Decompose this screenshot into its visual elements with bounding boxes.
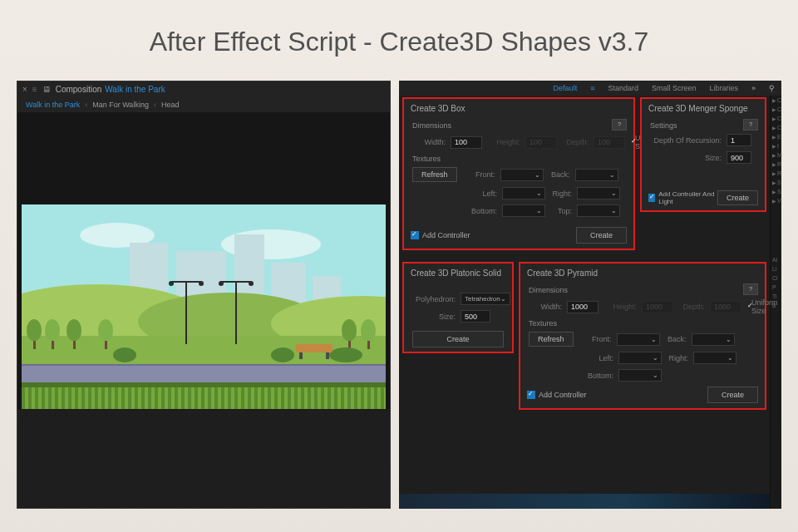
composition-name[interactable]: Walk in the Park bbox=[105, 85, 165, 94]
create-3d-menger-sponge-panel: Create 3D Menger Sponge ? Settings Depth… bbox=[640, 97, 766, 212]
bottom-select[interactable]: ⌄ bbox=[618, 369, 662, 382]
polyhedron-label: Polyhedron: bbox=[412, 295, 456, 303]
left-label: Left: bbox=[580, 354, 613, 362]
create-3d-pyramid-panel: Create 3D Pyramid ? Dimensions Width: He… bbox=[519, 262, 766, 410]
bottom-label: Bottom: bbox=[580, 372, 613, 380]
height-input bbox=[525, 136, 557, 149]
right-select[interactable]: ⌄ bbox=[693, 352, 736, 364]
front-label: Front: bbox=[462, 170, 495, 179]
panel-title: Create 3D Platonic Solid bbox=[404, 264, 512, 284]
panel-menu-icon[interactable]: ≡ bbox=[32, 85, 37, 94]
workspace-default[interactable]: Default bbox=[554, 84, 578, 92]
help-button[interactable]: ? bbox=[743, 119, 758, 131]
front-select[interactable]: ⌄ bbox=[500, 169, 544, 181]
top-label: Top: bbox=[550, 207, 572, 215]
composition-viewer[interactable] bbox=[17, 113, 390, 409]
breadcrumb-item[interactable]: Man For Walking bbox=[92, 101, 149, 109]
section-header: Dimensions bbox=[404, 120, 633, 131]
add-controller-label: Add Controller bbox=[422, 231, 470, 239]
bottom-label: Bottom: bbox=[464, 207, 497, 215]
back-select[interactable]: ⌄ bbox=[692, 333, 735, 346]
refresh-button[interactable]: Refresh bbox=[529, 332, 574, 347]
page-title: After Effect Script - Create3D Shapes v3… bbox=[0, 0, 798, 81]
depth-recursion-label: Depth Of Recursion: bbox=[650, 136, 722, 145]
back-label: Back: bbox=[665, 335, 687, 343]
refresh-button[interactable]: Refresh bbox=[412, 167, 457, 182]
chevron-left-icon: ‹ bbox=[85, 101, 87, 109]
size-input[interactable] bbox=[461, 310, 490, 323]
add-controller-light-checkbox[interactable] bbox=[648, 194, 655, 202]
left-select[interactable]: ⌄ bbox=[618, 352, 662, 364]
ae-composition-tab[interactable]: × ≡ 🖥 Composition Walk in the Park bbox=[17, 81, 390, 97]
composition-label: Composition bbox=[56, 85, 102, 94]
right-label: Right: bbox=[550, 190, 572, 198]
add-controller-light-label: Add Controller And Light bbox=[658, 190, 717, 205]
size-label: Size: bbox=[650, 154, 722, 162]
create-button[interactable]: Create bbox=[717, 190, 758, 205]
left-label: Left: bbox=[464, 190, 497, 198]
workspace-standard[interactable]: Standard bbox=[608, 84, 638, 92]
workspace-small[interactable]: Small Screen bbox=[652, 84, 697, 92]
chevron-left-icon: ‹ bbox=[154, 101, 156, 109]
width-input[interactable] bbox=[451, 136, 482, 149]
add-controller-label: Add Controller bbox=[539, 391, 587, 399]
panel-title: Create 3D Box bbox=[404, 99, 633, 120]
panel-title: Create 3D Menger Sponge bbox=[642, 99, 765, 120]
width-label: Width: bbox=[529, 303, 562, 311]
create-3d-box-panel: Create 3D Box ? Dimensions Width: Height… bbox=[402, 97, 635, 250]
close-icon[interactable]: × bbox=[22, 85, 27, 94]
help-button[interactable]: ? bbox=[612, 119, 627, 131]
bottom-select[interactable]: ⌄ bbox=[502, 204, 545, 217]
panel-title: Create 3D Pyramid bbox=[520, 264, 765, 284]
section-header: Textures bbox=[520, 318, 765, 329]
add-controller-checkbox[interactable] bbox=[527, 391, 535, 399]
ae-scripts-area: Default ≡ Standard Small Screen Librarie… bbox=[399, 81, 781, 509]
create-button[interactable]: Create bbox=[707, 387, 758, 403]
create-button[interactable]: Create bbox=[412, 331, 504, 347]
help-button[interactable]: ? bbox=[743, 283, 758, 295]
create-button[interactable]: Create bbox=[576, 227, 627, 244]
polyhedron-select[interactable]: Tetrahedron⌄ bbox=[461, 293, 510, 305]
depth-label: Depth: bbox=[678, 303, 705, 311]
breadcrumb-link[interactable]: Walk in the Park bbox=[26, 101, 80, 109]
front-label: Front: bbox=[579, 335, 612, 343]
height-input bbox=[642, 301, 673, 313]
depth-input bbox=[710, 301, 741, 313]
size-input[interactable] bbox=[727, 151, 751, 164]
add-controller-checkbox[interactable] bbox=[411, 231, 419, 239]
size-label: Size: bbox=[412, 313, 456, 321]
timeline-panel[interactable] bbox=[399, 494, 770, 509]
right-select[interactable]: ⌄ bbox=[577, 187, 620, 200]
breadcrumb-item[interactable]: Head bbox=[161, 101, 180, 109]
left-select[interactable]: ⌄ bbox=[502, 187, 545, 200]
front-select[interactable]: ⌄ bbox=[617, 333, 660, 346]
width-label: Width: bbox=[412, 138, 446, 146]
depth-recursion-input[interactable] bbox=[727, 134, 751, 146]
composition-preview bbox=[22, 204, 386, 409]
search-icon[interactable]: ⚲ bbox=[769, 84, 775, 92]
expand-icon[interactable]: » bbox=[751, 84, 756, 92]
workspace-switcher: Default ≡ Standard Small Screen Librarie… bbox=[399, 81, 781, 96]
section-header: Textures bbox=[404, 153, 633, 165]
right-label: Right: bbox=[667, 354, 688, 362]
top-select[interactable]: ⌄ bbox=[577, 204, 620, 217]
back-select[interactable]: ⌄ bbox=[575, 169, 618, 181]
create-3d-platonic-solid-panel: Create 3D Platonic Solid Polyhedron: Tet… bbox=[402, 262, 514, 353]
back-label: Back: bbox=[549, 170, 570, 179]
content-area: × ≡ 🖥 Composition Walk in the Park Walk … bbox=[0, 81, 798, 509]
workspace-libraries[interactable]: Libraries bbox=[709, 84, 738, 92]
section-header: Dimensions bbox=[520, 284, 765, 296]
composition-icon: 🖥 bbox=[42, 85, 51, 94]
depth-input bbox=[594, 136, 625, 149]
depth-label: Depth: bbox=[562, 138, 589, 146]
uniform-size-label: Uniform Size bbox=[751, 298, 778, 315]
ae-composition-panel: × ≡ 🖥 Composition Walk in the Park Walk … bbox=[17, 81, 391, 509]
height-label: Height: bbox=[603, 303, 637, 311]
workspace-menu-icon[interactable]: ≡ bbox=[590, 84, 594, 92]
breadcrumb: Walk in the Park ‹ Man For Walking ‹ Hea… bbox=[17, 97, 390, 113]
width-input[interactable] bbox=[567, 301, 598, 313]
height-label: Height: bbox=[487, 138, 520, 146]
